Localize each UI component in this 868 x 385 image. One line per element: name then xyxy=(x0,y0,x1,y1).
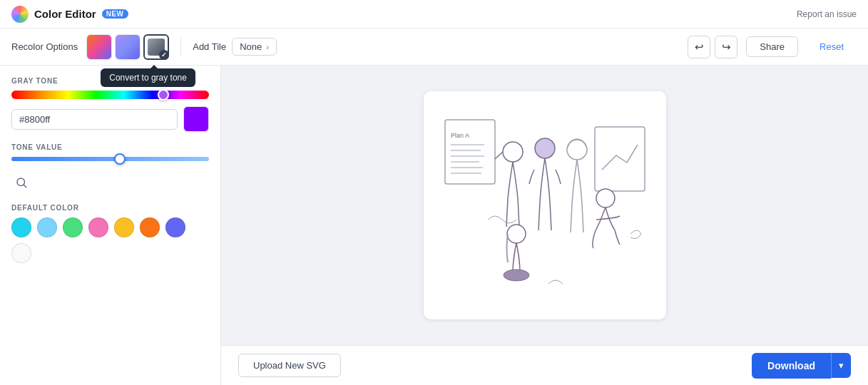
undo-button[interactable]: ↩ xyxy=(688,36,710,58)
app-logo xyxy=(11,6,29,23)
default-color-label: DEFAULT COLOR xyxy=(11,204,209,212)
report-issue-link[interactable]: Report an issue xyxy=(797,9,857,19)
color-dots-row xyxy=(11,217,209,263)
svg-line-12 xyxy=(495,152,503,159)
svg-point-11 xyxy=(503,142,523,162)
app-title: Color Editor xyxy=(34,8,96,20)
color-preview-box[interactable] xyxy=(183,106,209,132)
add-tile-value: None xyxy=(240,41,262,52)
color-dot-sky-blue[interactable] xyxy=(37,217,57,237)
gray-tone-slider-track[interactable] xyxy=(11,91,209,99)
recolor-options-group: Convert to gray tone xyxy=(86,34,169,60)
swatch-graytone-option[interactable] xyxy=(143,34,169,60)
hex-color-input[interactable] xyxy=(11,109,178,130)
default-color-section: DEFAULT COLOR xyxy=(11,204,209,263)
app-branding: Color Editor NEW xyxy=(11,6,128,23)
color-dot-cyan[interactable] xyxy=(11,217,31,237)
toolbar-divider xyxy=(180,37,181,57)
undo-redo-group: ↩ ↪ xyxy=(688,36,737,58)
reset-button[interactable]: Reset xyxy=(807,37,857,56)
download-button[interactable]: Download xyxy=(752,353,831,379)
svg-rect-2 xyxy=(445,120,495,184)
add-tile-group: Add Tile None › xyxy=(193,38,277,56)
svg-point-17 xyxy=(504,270,529,281)
new-badge: NEW xyxy=(102,9,128,19)
swatch-purple-inner xyxy=(116,35,140,59)
color-dot-white[interactable] xyxy=(11,243,31,263)
tone-value-slider-track[interactable] xyxy=(11,157,209,161)
download-chevron-button[interactable]: ▾ xyxy=(831,353,851,378)
add-tile-chevron-icon: › xyxy=(266,43,269,51)
color-input-row xyxy=(11,106,209,132)
svg-point-0 xyxy=(17,178,25,186)
download-btn-group: Download ▾ xyxy=(752,353,851,379)
swatch-gradient-inner xyxy=(87,35,111,59)
toolbar: Recolor Options Convert to gray tone Add… xyxy=(0,29,868,66)
recolor-options-label: Recolor Options xyxy=(11,41,78,52)
svg-line-1 xyxy=(24,185,26,187)
svg-point-13 xyxy=(535,138,555,158)
redo-button[interactable]: ↪ xyxy=(715,36,737,58)
canvas-area: Plan A xyxy=(221,66,868,385)
add-tile-select[interactable]: None › xyxy=(232,38,277,56)
svg-rect-10 xyxy=(595,127,645,191)
gray-tone-slider-thumb[interactable] xyxy=(158,89,169,101)
graytone-tooltip: Convert to gray tone xyxy=(101,68,195,87)
svg-point-16 xyxy=(507,225,526,243)
svg-point-15 xyxy=(596,189,615,207)
color-dot-green[interactable] xyxy=(63,217,83,237)
upload-svg-button[interactable]: Upload New SVG xyxy=(238,354,341,377)
swatch-gradient-option[interactable] xyxy=(86,34,112,60)
color-dot-indigo[interactable] xyxy=(165,217,185,237)
bottom-bar: Upload New SVG Download ▾ xyxy=(221,345,868,385)
main-area: GRAY TONE TONE VALUE xyxy=(0,66,868,385)
svg-text:Plan A: Plan A xyxy=(451,132,469,139)
illustration-svg: Plan A xyxy=(438,106,652,305)
svg-preview-card: Plan A xyxy=(424,91,666,319)
tone-value-section: TONE VALUE xyxy=(11,143,209,161)
color-dot-yellow[interactable] xyxy=(114,217,134,237)
share-button[interactable]: Share xyxy=(746,36,798,57)
tone-value-label: TONE VALUE xyxy=(11,143,209,151)
swatch-purple-option[interactable] xyxy=(115,34,141,60)
canvas-content: Plan A xyxy=(221,66,868,345)
selected-checkmark xyxy=(159,50,169,60)
color-dot-pink[interactable] xyxy=(88,217,108,237)
search-row xyxy=(11,173,209,192)
add-tile-label: Add Tile xyxy=(193,41,226,52)
search-icon[interactable] xyxy=(11,173,31,192)
tone-value-slider-thumb[interactable] xyxy=(114,153,126,165)
sidebar: GRAY TONE TONE VALUE xyxy=(0,66,221,385)
graytone-tooltip-container: Convert to gray tone xyxy=(143,34,169,60)
color-dot-orange[interactable] xyxy=(140,217,160,237)
top-bar: Color Editor NEW Report an issue xyxy=(0,0,868,29)
